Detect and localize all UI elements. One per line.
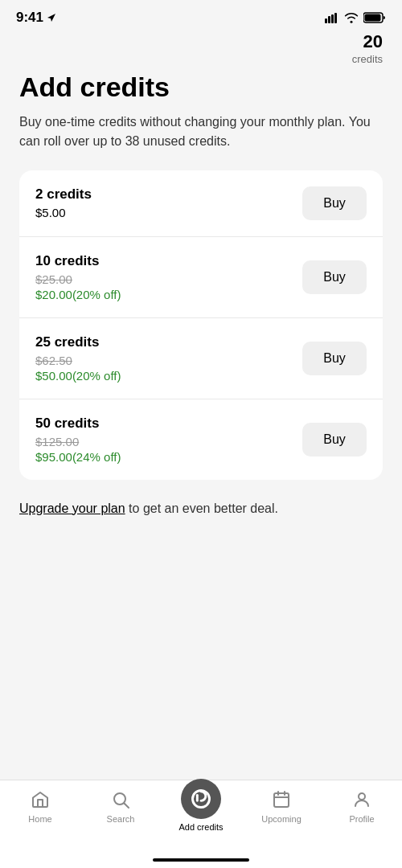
- nav-item-home[interactable]: Home: [0, 788, 80, 824]
- package-original-price-25credits: $62.50: [35, 354, 302, 367]
- svg-line-7: [125, 804, 129, 809]
- credits-number: 20: [19, 32, 383, 51]
- nav-item-add-credits[interactable]: Add credits: [161, 788, 241, 832]
- package-original-price-50credits: $125.00: [35, 435, 302, 448]
- status-icons: [325, 12, 386, 23]
- package-info-10credits: 10 credits $25.00 $20.00(20% off): [35, 253, 302, 301]
- nav-item-profile[interactable]: Profile: [322, 788, 402, 824]
- buy-button-25credits[interactable]: Buy: [302, 342, 367, 375]
- package-name-2credits: 2 credits: [35, 186, 302, 203]
- package-row-2credits: 2 credits $5.00 Buy: [19, 170, 383, 237]
- package-name-25credits: 25 credits: [35, 334, 302, 350]
- profile-icon: [351, 788, 373, 811]
- upgrade-text: Upgrade your plan to get an even better …: [19, 499, 383, 518]
- svg-point-14: [359, 793, 365, 800]
- package-original-price-10credits: $25.00: [35, 272, 302, 286]
- package-discounted-price-50credits: $95.00(24% off): [35, 450, 302, 464]
- main-content: 20 credits Add credits Buy one-time cred…: [0, 32, 402, 518]
- bottom-indicator: [153, 858, 249, 862]
- package-discounted-price-10credits: $20.00(20% off): [35, 288, 302, 301]
- upgrade-suffix: to get an even better deal.: [125, 502, 278, 515]
- nav-item-upcoming[interactable]: Upcoming: [241, 788, 322, 824]
- package-row-10credits: 10 credits $25.00 $20.00(20% off) Buy: [19, 237, 383, 318]
- svg-rect-10: [274, 793, 289, 807]
- nav-label-profile: Profile: [349, 814, 374, 824]
- page-title: Add credits: [19, 72, 383, 102]
- bottom-nav: Home Search Add credits: [0, 780, 402, 868]
- location-arrow-icon: [47, 13, 56, 23]
- package-price-2credits: $5.00: [35, 206, 302, 219]
- svg-rect-3: [334, 13, 337, 23]
- credits-label: credits: [352, 53, 383, 65]
- nav-label-home: Home: [28, 814, 51, 824]
- package-row-25credits: 25 credits $62.50 $50.00(20% off) Buy: [19, 318, 383, 399]
- buy-button-50credits[interactable]: Buy: [302, 423, 367, 457]
- package-name-50credits: 50 credits: [35, 416, 302, 432]
- nav-item-search[interactable]: Search: [80, 788, 161, 824]
- buy-button-10credits[interactable]: Buy: [302, 260, 367, 294]
- svg-rect-5: [365, 14, 381, 22]
- package-info-2credits: 2 credits $5.00: [35, 186, 302, 219]
- battery-icon: [363, 12, 386, 23]
- signal-icon: [325, 12, 339, 23]
- buy-button-2credits[interactable]: Buy: [302, 186, 367, 220]
- wifi-icon: [344, 12, 359, 23]
- svg-point-8: [193, 791, 210, 808]
- svg-rect-2: [331, 14, 334, 23]
- packages-card: 2 credits $5.00 Buy 10 credits $25.00 $2…: [19, 170, 383, 480]
- upgrade-plan-link[interactable]: Upgrade your plan: [19, 502, 125, 515]
- nav-label-search: Search: [107, 814, 135, 824]
- page-description: Buy one-time credits without changing yo…: [19, 113, 383, 151]
- package-info-50credits: 50 credits $125.00 $95.00(24% off): [35, 416, 302, 464]
- add-credits-icon: [181, 779, 221, 819]
- search-icon: [109, 788, 132, 811]
- package-name-10credits: 10 credits: [35, 253, 302, 269]
- package-info-25credits: 25 credits $62.50 $50.00(20% off): [35, 334, 302, 383]
- svg-rect-1: [328, 16, 330, 23]
- home-icon: [29, 788, 51, 811]
- nav-label-add-credits: Add credits: [178, 822, 223, 832]
- nav-label-upcoming: Upcoming: [261, 814, 302, 824]
- calendar-icon: [270, 788, 293, 811]
- svg-rect-0: [325, 18, 327, 23]
- package-row-50credits: 50 credits $125.00 $95.00(24% off) Buy: [19, 399, 383, 480]
- credits-badge: 20 credits: [19, 32, 383, 66]
- package-discounted-price-25credits: $50.00(20% off): [35, 369, 302, 383]
- status-time: 9:41: [16, 10, 43, 26]
- status-bar: 9:41: [0, 0, 402, 32]
